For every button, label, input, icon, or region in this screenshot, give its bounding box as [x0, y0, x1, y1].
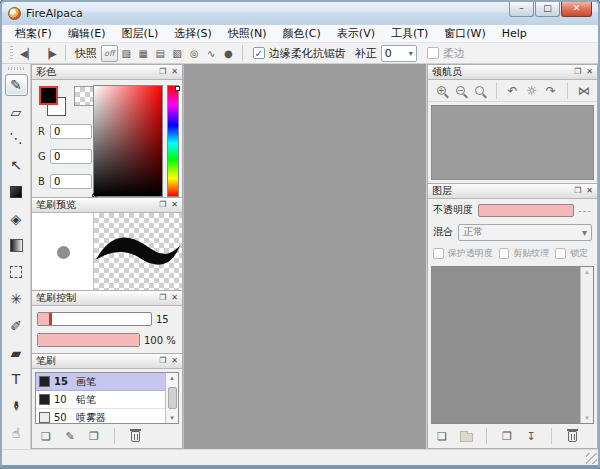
select-pen-tool[interactable]: ✐: [5, 315, 28, 337]
rotate-right-button[interactable]: ↷: [543, 82, 559, 100]
menu-layer[interactable]: 图层(L): [114, 25, 165, 42]
select-eraser-tool[interactable]: ▰: [5, 342, 28, 364]
dot-tool[interactable]: ⋱: [5, 127, 28, 149]
edit-brush-button[interactable]: ✎: [61, 428, 79, 445]
scroll-up-icon[interactable]: ▴: [585, 268, 589, 276]
close-panel-icon[interactable]: ✕: [586, 185, 593, 197]
close-panel-icon[interactable]: ✕: [171, 199, 178, 211]
move-tool[interactable]: ↖: [5, 154, 28, 176]
snap-radial-button[interactable]: ▧: [169, 45, 186, 62]
scroll-up-icon[interactable]: ▴: [170, 374, 174, 382]
close-button[interactable]: ✕: [561, 2, 592, 17]
g-input[interactable]: [50, 149, 92, 164]
brush-list-item[interactable]: 15 画笔: [36, 373, 165, 391]
menu-file[interactable]: 档案(F): [8, 25, 59, 42]
brush-list-item[interactable]: 50 喷雾器: [36, 409, 165, 423]
zoom-reset-button[interactable]: [471, 82, 487, 100]
menu-view[interactable]: 表示(V): [330, 25, 382, 42]
zoom-in-button[interactable]: +: [433, 82, 449, 100]
float-panel-icon[interactable]: ❐: [159, 199, 166, 211]
antialias-checkbox[interactable]: ✓: [253, 47, 265, 59]
resize-grip[interactable]: [586, 453, 597, 464]
layer-opacity-slider[interactable]: [478, 204, 574, 217]
lock-checkbox[interactable]: [555, 248, 566, 259]
protect-alpha-checkbox[interactable]: [433, 248, 444, 259]
select-rect-tool[interactable]: [5, 261, 28, 283]
snap-dot-button[interactable]: ●: [220, 45, 237, 62]
r-input[interactable]: [50, 124, 92, 139]
duplicate-layer-button[interactable]: ❐: [498, 428, 516, 445]
bucket-tool[interactable]: ◈: [5, 208, 28, 230]
close-panel-icon[interactable]: ✕: [171, 292, 178, 304]
brush-opacity-slider[interactable]: [37, 333, 140, 347]
maximize-button[interactable]: □: [535, 2, 560, 17]
menu-snapshot[interactable]: 快照(N): [221, 25, 274, 42]
brush-tool[interactable]: ✎: [5, 74, 28, 96]
gradient-tool[interactable]: [5, 235, 28, 257]
menu-help[interactable]: Help: [495, 26, 534, 41]
snap-circle-button[interactable]: ◎: [186, 45, 203, 62]
snap-curve-button[interactable]: ∿: [203, 45, 220, 62]
close-panel-icon[interactable]: ✕: [171, 66, 178, 78]
menu-window[interactable]: 窗口(W): [437, 25, 492, 42]
minimize-button[interactable]: –: [509, 2, 534, 17]
eyedropper-tool[interactable]: ✒: [5, 395, 28, 417]
delete-brush-button[interactable]: [126, 428, 144, 445]
soft-edge-checkbox[interactable]: [427, 47, 439, 59]
menu-select[interactable]: 选择(S): [167, 25, 219, 42]
menu-color[interactable]: 颜色(C): [276, 25, 328, 42]
scroll-down-icon[interactable]: ▾: [585, 414, 589, 422]
correction-dropdown[interactable]: 0 ▾: [381, 45, 417, 62]
soft-edge-checkbox-row[interactable]: 柔边: [427, 46, 465, 61]
undo-button[interactable]: ◀▏: [17, 45, 38, 62]
titlebar[interactable]: FireAlpaca – □ ✕: [2, 2, 598, 25]
menu-edit[interactable]: 编辑(E): [61, 25, 113, 42]
magic-wand-tool[interactable]: ✳: [5, 288, 28, 310]
foreground-color-swatch[interactable]: [39, 86, 58, 105]
b-input[interactable]: [50, 174, 92, 189]
toolbar-drag-handle[interactable]: [10, 46, 13, 60]
scroll-thumb[interactable]: [168, 387, 177, 409]
scroll-down-icon[interactable]: ▾: [170, 414, 174, 422]
navigator-preview[interactable]: [431, 105, 594, 180]
layer-list-scrollbar[interactable]: ▴ ▾: [580, 267, 593, 423]
snap-vanish-button[interactable]: ▤: [152, 45, 169, 62]
brush-size-handle[interactable]: [49, 313, 52, 325]
float-panel-icon[interactable]: ❐: [159, 66, 166, 78]
add-brush-button[interactable]: ❏: [37, 428, 55, 445]
hand-tool[interactable]: ☝: [5, 422, 28, 444]
brush-size-slider[interactable]: [37, 312, 152, 326]
float-panel-icon[interactable]: ❐: [574, 66, 581, 78]
brush-list-item[interactable]: 10 铅笔: [36, 391, 165, 409]
blend-mode-dropdown[interactable]: 正常 ▾: [458, 224, 592, 241]
float-panel-icon[interactable]: ❐: [574, 185, 581, 197]
redo-button[interactable]: ▕▶: [38, 45, 59, 62]
snap-off-button[interactable]: off: [101, 45, 118, 62]
new-folder-button[interactable]: [457, 428, 475, 445]
hue-slider[interactable]: [167, 85, 179, 197]
clipping-checkbox[interactable]: [499, 248, 510, 259]
flip-horizontal-button[interactable]: ⋈: [576, 82, 592, 100]
close-panel-icon[interactable]: ✕: [171, 355, 178, 367]
close-panel-icon[interactable]: ✕: [586, 66, 593, 78]
toolcol-drag-handle[interactable]: [8, 67, 24, 70]
text-tool[interactable]: T: [5, 369, 28, 391]
brush-list-scrollbar[interactable]: ▴ ▾: [165, 373, 178, 423]
snap-grid-button[interactable]: ▦: [135, 45, 152, 62]
saturation-value-picker[interactable]: [93, 85, 163, 197]
rotate-reset-button[interactable]: ☼: [524, 82, 540, 100]
canvas-area[interactable]: [183, 64, 426, 449]
float-panel-icon[interactable]: ❐: [159, 292, 166, 304]
duplicate-brush-button[interactable]: ❐: [85, 428, 103, 445]
new-layer-button[interactable]: ❏: [433, 428, 451, 445]
eraser-tool[interactable]: ▱: [5, 101, 28, 123]
delete-layer-button[interactable]: [563, 428, 581, 445]
merge-down-button[interactable]: ↧: [522, 428, 540, 445]
menu-tools[interactable]: 工具(T): [384, 25, 435, 42]
float-panel-icon[interactable]: ❐: [159, 355, 166, 367]
antialias-checkbox-row[interactable]: ✓ 边缘柔化抗锯齿: [253, 46, 346, 61]
zoom-out-button[interactable]: −: [452, 82, 468, 100]
layer-list[interactable]: ▴ ▾: [431, 266, 594, 424]
rotate-left-button[interactable]: ↶: [504, 82, 520, 100]
transparent-color-swatch[interactable]: [74, 86, 94, 106]
